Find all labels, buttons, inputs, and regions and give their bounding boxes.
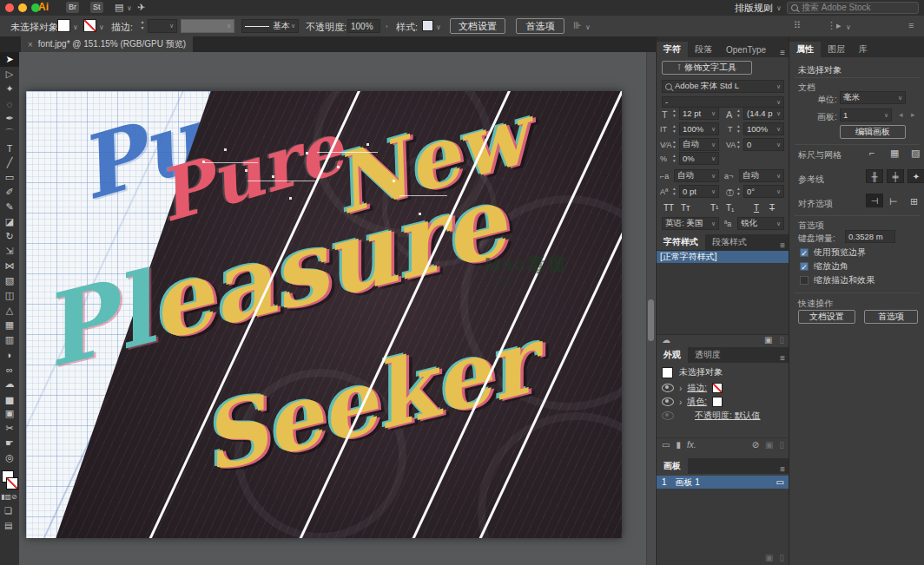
prev-artboard-icon[interactable]: ◂ [899,110,903,119]
symbol-sprayer-tool[interactable]: ☁ [0,377,19,391]
artboard-row[interactable]: 1 画板 1 ▭ [657,476,789,489]
type-tool[interactable]: T [0,141,19,155]
stock-badge[interactable]: St [90,2,103,13]
style-item-normal[interactable]: [正常字符样式] [657,251,789,263]
stroke-swatch[interactable] [6,477,18,489]
arrange-icon[interactable]: ⊪ [573,20,582,31]
units-dropdown[interactable]: 毫米∨ [840,91,906,104]
rotation-stepper[interactable]: ▴▾ [736,186,742,196]
tab-character[interactable]: 字符 [657,42,688,57]
stroke-row-label[interactable]: 描边: [687,382,707,394]
scale-tool[interactable]: ⇲ [0,244,19,259]
pen-tool[interactable]: ✒ [0,111,19,126]
trash-icon[interactable]: ▯ [779,335,784,345]
subscript-button[interactable]: T₁ [726,203,734,213]
rotate-tool[interactable]: ↻ [0,229,19,244]
workspace-layout-icon[interactable]: ▤ [115,2,123,13]
mesh-tool[interactable]: ▦ [0,318,19,332]
screen-mode-icon[interactable]: ▤ [4,521,12,530]
char-rotation-field[interactable]: 0°∨ [743,185,784,198]
perspective-grid-tool[interactable]: △ [0,303,19,318]
checkbox-row-scale-corners[interactable]: ✓ 缩放边角 [800,260,848,273]
preferences-button[interactable]: 首选项 [516,18,564,34]
eraser-tool[interactable]: ◪ [0,214,19,229]
chevron-right-icon[interactable]: › [386,23,388,30]
tracking-field[interactable]: 0∨ [743,138,784,151]
new-stroke-icon[interactable]: ▭ [662,440,670,450]
kerning-stepper[interactable]: ▴▾ [671,139,677,149]
document-setup-button[interactable]: 文档设置 [450,18,505,34]
snap-to-pixel-icon[interactable]: ⊞ [910,196,918,207]
align-distribute-icon[interactable]: ⋮▸ [827,20,842,31]
eyedropper-tool[interactable]: ◗ [0,347,19,362]
close-tab-icon[interactable]: × [28,40,33,49]
document-tab[interactable]: × font.jpg* @ 151.15% (RGB/GPU 预览) [21,36,193,52]
control-panel-menu-icon[interactable]: ≡ [908,20,914,30]
snap-to-grid-button[interactable]: ⊣ [866,194,883,207]
underline-button[interactable]: T [754,203,759,213]
chevron-down-icon[interactable]: ∨ [585,23,591,31]
hand-tool[interactable]: ☛ [0,436,19,450]
graphic-style-swatch[interactable] [422,20,433,31]
graph-tool[interactable]: ▅ [0,391,19,406]
leading-field[interactable]: (14.4 p∨ [743,107,784,120]
baseline-shift-field[interactable]: 0 pt∨ [679,185,719,198]
chevron-down-icon[interactable]: ∨ [99,23,104,31]
opacity-row-label[interactable]: 不透明度: 默认值 [695,410,761,422]
tab-paragraph-styles[interactable]: 段落样式 [705,234,754,250]
appearance-row-opacity[interactable]: 不透明度: 默认值 [662,410,761,422]
close-window-button[interactable] [5,3,14,12]
artboard-page-icon[interactable]: ▭ [776,477,784,487]
artboard-dropdown[interactable]: 1∨ [840,108,892,122]
bridge-badge[interactable]: Br [66,2,79,13]
load-styles-icon[interactable]: ☁ [662,335,670,345]
panel-menu-icon[interactable]: ≡ [776,464,789,474]
chevron-down-icon[interactable]: ∨ [776,4,782,12]
leading-stepper[interactable]: ▴▾ [736,108,742,118]
free-transform-tool[interactable]: ▧ [0,273,19,288]
font-size-stepper[interactable]: ▴▾ [671,108,677,118]
tab-opentype[interactable]: OpenType [719,42,773,57]
vertical-scale-field[interactable]: 100%∨ [679,122,719,135]
new-artboard-icon[interactable]: ▣ [765,553,773,562]
artboard-name[interactable]: 画板 1 [676,476,700,489]
rocket-icon[interactable]: ✈ [137,2,145,13]
stroke-weight-stepper[interactable]: ▴▾ [139,19,146,31]
document-setup-button[interactable]: 文档设置 [798,310,855,324]
checkbox-unchecked-icon[interactable] [800,276,808,285]
chevron-down-icon[interactable]: ∨ [436,23,441,31]
tab-layers[interactable]: 图层 [821,42,852,57]
appearance-row-stroke[interactable]: › 描边: [662,382,723,394]
chevron-down-icon[interactable]: ∨ [73,23,78,31]
color-mode-icons[interactable]: ▮▥⊘ [1,493,17,501]
fill-white-swatch[interactable] [712,397,723,407]
visibility-eye-icon[interactable] [662,397,674,406]
brush-definition-field[interactable]: 基本 ∨ [241,19,299,33]
stroke-weight-field[interactable]: ∨ [148,19,177,33]
next-artboard-icon[interactable]: ▸ [911,110,915,119]
checkbox-row-scale-strokes[interactable]: 缩放描边和效果 [800,274,874,286]
panel-menu-icon[interactable]: ≡ [776,240,789,250]
trash-icon[interactable]: ▯ [779,440,784,450]
proportional-spacing-field[interactable]: 0%∨ [679,152,719,165]
shape-builder-tool[interactable]: ◫ [0,288,19,303]
snap-to-point-icon[interactable]: ⊢ [889,196,898,207]
baseline-stepper[interactable]: ▴▾ [671,186,677,196]
new-style-icon[interactable]: ▣ [764,335,772,345]
lasso-tool[interactable]: ◌ [0,96,19,111]
hscale-stepper[interactable]: ▴▾ [736,123,742,134]
direct-selection-tool[interactable]: ▷ [0,67,19,82]
add-effect-icon[interactable]: fx. [687,440,696,450]
scrollbar-thumb[interactable] [648,299,654,341]
visibility-eye-icon[interactable] [662,411,674,420]
checkbox-checked-icon[interactable]: ✓ [800,248,808,257]
fill-row-label[interactable]: 填色: [687,396,707,408]
visibility-eye-icon[interactable] [662,384,674,392]
tab-properties[interactable]: 属性 [789,42,821,57]
edit-artboards-button[interactable]: 编辑画板 [840,125,906,139]
minimize-window-button[interactable] [18,3,27,12]
rectangle-tool[interactable]: ▭ [0,170,19,185]
checkbox-row-preview-bounds[interactable]: ✓ 使用预览边界 [800,246,866,259]
preferences-button[interactable]: 首选项 [864,310,918,324]
superscript-button[interactable]: T¹ [710,203,718,213]
